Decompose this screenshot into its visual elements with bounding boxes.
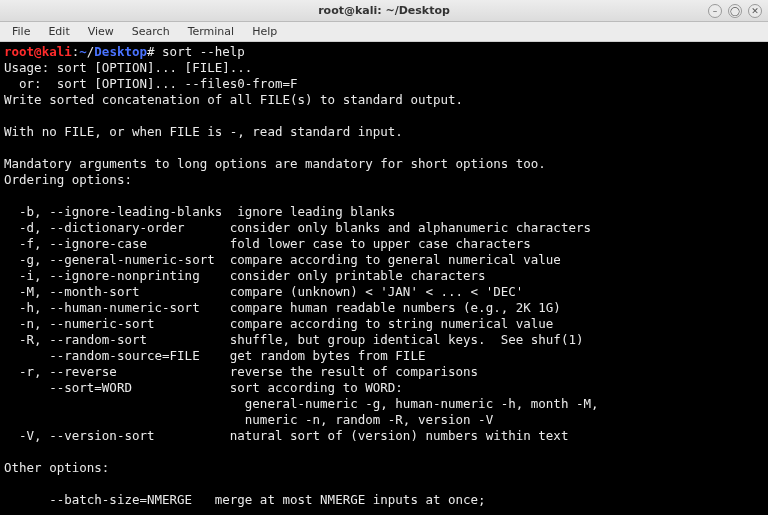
close-button[interactable]: ✕: [748, 4, 762, 18]
window-controls: – ◯ ✕: [708, 4, 762, 18]
out-line: -f, --ignore-case fold lower case to upp…: [4, 236, 531, 251]
menu-view[interactable]: View: [80, 23, 122, 40]
out-line: -r, --reverse reverse the result of comp…: [4, 364, 478, 379]
out-line: -h, --human-numeric-sort compare human r…: [4, 300, 561, 315]
out-line: Mandatory arguments to long options are …: [4, 156, 546, 171]
prompt-line: root@kali:~/Desktop# sort --help: [4, 44, 245, 59]
prompt-tilde: ~: [79, 44, 87, 59]
menu-terminal[interactable]: Terminal: [180, 23, 243, 40]
window-title: root@kali: ~/Desktop: [0, 4, 768, 17]
out-line: --sort=WORD sort according to WORD:: [4, 380, 403, 395]
out-line: -n, --numeric-sort compare according to …: [4, 316, 553, 331]
out-line: -d, --dictionary-order consider only bla…: [4, 220, 591, 235]
menu-help[interactable]: Help: [244, 23, 285, 40]
menu-edit[interactable]: Edit: [40, 23, 77, 40]
out-line: or: sort [OPTION]... --files0-from=F: [4, 76, 298, 91]
close-icon: ✕: [751, 6, 759, 16]
out-line: Usage: sort [OPTION]... [FILE]...: [4, 60, 252, 75]
out-line: With no FILE, or when FILE is -, read st…: [4, 124, 403, 139]
minimize-button[interactable]: –: [708, 4, 722, 18]
prompt-at: @: [34, 44, 42, 59]
maximize-button[interactable]: ◯: [728, 4, 742, 18]
out-line: -i, --ignore-nonprinting consider only p…: [4, 268, 486, 283]
command-text: sort --help: [162, 44, 245, 59]
out-line: general-numeric -g, human-numeric -h, mo…: [4, 396, 599, 411]
prompt-sigil: #: [147, 44, 162, 59]
prompt-host: kali: [42, 44, 72, 59]
out-line: -M, --month-sort compare (unknown) < 'JA…: [4, 284, 523, 299]
out-line: --batch-size=NMERGE merge at most NMERGE…: [4, 492, 486, 507]
out-line: Write sorted concatenation of all FILE(s…: [4, 92, 463, 107]
prompt-dir: Desktop: [94, 44, 147, 59]
maximize-icon: ◯: [730, 6, 740, 16]
minimize-icon: –: [713, 6, 718, 16]
out-line: -R, --random-sort shuffle, but group ide…: [4, 332, 583, 347]
terminal-window: root@kali: ~/Desktop – ◯ ✕ File Edit Vie…: [0, 0, 768, 515]
menu-file[interactable]: File: [4, 23, 38, 40]
prompt-user: root: [4, 44, 34, 59]
menubar: File Edit View Search Terminal Help: [0, 22, 768, 42]
out-line: --random-source=FILE get random bytes fr…: [4, 348, 425, 363]
out-line: -g, --general-numeric-sort compare accor…: [4, 252, 561, 267]
terminal-body[interactable]: root@kali:~/Desktop# sort --help Usage: …: [0, 42, 768, 515]
menu-search[interactable]: Search: [124, 23, 178, 40]
out-line: -V, --version-sort natural sort of (vers…: [4, 428, 568, 443]
titlebar[interactable]: root@kali: ~/Desktop – ◯ ✕: [0, 0, 768, 22]
out-line: numeric -n, random -R, version -V: [4, 412, 493, 427]
out-line: Ordering options:: [4, 172, 132, 187]
out-line: Other options:: [4, 460, 109, 475]
out-line: -b, --ignore-leading-blanks ignore leadi…: [4, 204, 395, 219]
